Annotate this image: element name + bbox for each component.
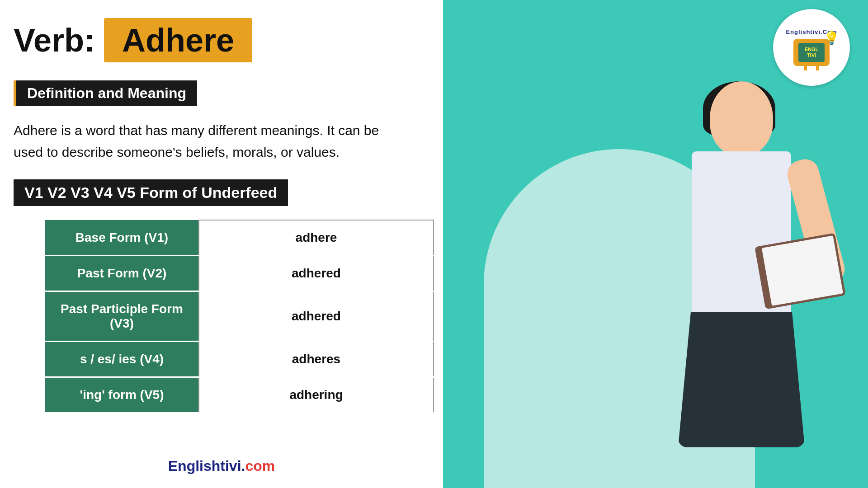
- table-row: Past Form (V2)adhered: [45, 256, 434, 291]
- person-body: [651, 81, 841, 488]
- table-row: s / es/ ies (V4)adheres: [45, 342, 434, 377]
- logo-tv-legs: [804, 65, 819, 70]
- table-label-cell: Past Form (V2): [45, 256, 199, 291]
- logo-circle: Englishtivi.Com 💡 ENGLTIVI: [773, 9, 850, 86]
- tv-leg-left: [804, 65, 807, 70]
- table-value-cell: adhering: [199, 377, 434, 413]
- logo-inner: Englishtivi.Com 💡 ENGLTIVI: [786, 28, 837, 67]
- forms-heading: V1 V2 V3 V4 V5 Form of Underfeed: [14, 179, 288, 206]
- table-row: Base Form (V1)adhere: [45, 220, 434, 256]
- table-value-cell: adhered: [199, 256, 434, 291]
- table-value-cell: adhered: [199, 291, 434, 342]
- verb-word-box: Adhere: [104, 18, 252, 62]
- person-skirt: [678, 312, 805, 447]
- title-row: Verb: Adhere: [14, 18, 420, 62]
- table-label-cell: s / es/ ies (V4): [45, 342, 199, 377]
- person-figure: [651, 81, 841, 488]
- brand-blue: Englishtivi: [168, 458, 241, 474]
- table-label-cell: Past Participle Form (V3): [45, 291, 199, 342]
- table-label-cell: 'ing' form (V5): [45, 377, 199, 413]
- brand-red: com: [245, 458, 275, 474]
- verb-word: Adhere: [122, 22, 234, 58]
- table-value-cell: adheres: [199, 342, 434, 377]
- logo-tv-text: ENGLTIVI: [805, 47, 819, 57]
- verb-forms-table: Base Form (V1)adherePast Form (V2)adhere…: [45, 220, 434, 413]
- person-area: [461, 36, 868, 488]
- definition-heading: Definition and Meaning: [14, 80, 197, 106]
- book-pages: [762, 235, 843, 306]
- definition-description: Adhere is a word that has many different…: [14, 120, 411, 163]
- tv-leg-right: [816, 65, 819, 70]
- table-row: 'ing' form (V5)adhering: [45, 377, 434, 413]
- logo-tv-screen: ENGLTIVI: [798, 43, 825, 62]
- table-label-cell: Base Form (V1): [45, 220, 199, 256]
- person-book: [755, 233, 846, 309]
- footer-brand: Englishtivi.com: [0, 458, 443, 474]
- person-head: [710, 81, 773, 156]
- table-value-cell: adhere: [199, 220, 434, 256]
- content-area: Verb: Adhere Definition and Meaning Adhe…: [0, 0, 443, 488]
- verb-prefix: Verb:: [14, 22, 95, 59]
- table-row: Past Participle Form (V3)adhered: [45, 291, 434, 342]
- logo-tv: ENGLTIVI: [793, 39, 830, 66]
